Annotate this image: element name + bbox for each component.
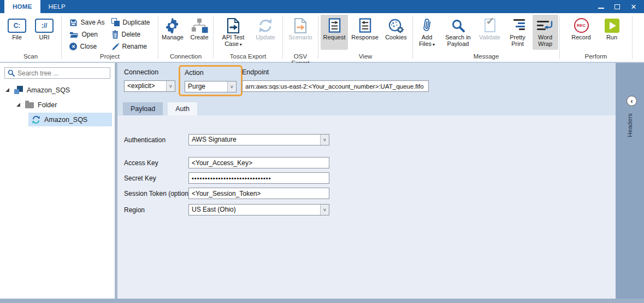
request-header: Connection <explicit> ˅ Action Purge ˅ E…: [117, 63, 616, 115]
close-button[interactable]: ✕ Close: [69, 42, 104, 51]
tab-payload[interactable]: Payload: [123, 102, 163, 115]
connection-select[interactable]: <explicit> ˅: [124, 80, 175, 92]
record-button[interactable]: REC Record: [568, 15, 595, 50]
region-label: Region: [124, 206, 145, 214]
create-connection-icon: [190, 18, 209, 33]
request-icon: [328, 18, 341, 33]
action-label: Action: [185, 69, 204, 77]
request-button[interactable]: Request: [321, 15, 348, 50]
search-icon: [451, 19, 465, 33]
action-select[interactable]: Purge ˅: [185, 81, 237, 92]
rename-icon: [111, 43, 120, 51]
ribbon-separator: [318, 16, 318, 59]
group-label-perform: Perform: [561, 53, 631, 62]
uri-button[interactable]: :// URI: [32, 15, 57, 50]
endpoint-input[interactable]: [242, 80, 429, 92]
ribbon-group-connection: Manage Create Connection: [159, 13, 212, 62]
duplicate-button[interactable]: Duplicate: [111, 18, 150, 27]
session-token-input[interactable]: [188, 188, 329, 199]
maximize-button[interactable]: [609, 0, 625, 13]
word-wrap-icon: [537, 20, 553, 32]
delete-button[interactable]: Delete: [111, 30, 150, 39]
update-icon: [257, 18, 274, 34]
endpoint-label: Endpoint: [242, 68, 269, 76]
ribbon-separator: [632, 16, 633, 59]
file-drive-icon: C:: [8, 19, 26, 33]
tree-item-amazon-sqs[interactable]: Amazon_SQS: [0, 112, 115, 127]
sync-icon: [32, 115, 40, 124]
tree-search-input[interactable]: [17, 69, 107, 77]
close-window-button[interactable]: ✕: [625, 0, 642, 13]
chevron-down-icon[interactable]: ˅: [227, 81, 236, 92]
group-label-scan: Scan: [1, 53, 60, 62]
ribbon-group-message: Add Files▾ Search in Payload ✓ Validate: [414, 13, 558, 62]
duplicate-icon: [111, 18, 120, 27]
manage-button[interactable]: Manage: [159, 15, 186, 50]
validate-button[interactable]: ✓ Validate: [477, 15, 503, 50]
open-button[interactable]: Open: [69, 30, 104, 39]
tree-item-folder[interactable]: Folder: [0, 97, 115, 112]
tree-search-box[interactable]: [4, 67, 110, 79]
tab-auth[interactable]: Auth: [168, 102, 197, 115]
ribbon-separator: [412, 16, 413, 59]
add-files-button[interactable]: Add Files▾: [415, 15, 440, 50]
api-test-case-button[interactable]: API Test Case▾: [217, 15, 250, 50]
dropdown-caret-icon: ▾: [433, 42, 435, 47]
response-button[interactable]: Response: [350, 15, 380, 50]
tab-home[interactable]: HOME: [4, 0, 40, 13]
run-button[interactable]: Run: [599, 15, 624, 50]
group-label-message: Message: [414, 53, 558, 62]
titlebar: HOME HELP ✕: [0, 0, 644, 13]
connection-label: Connection: [124, 68, 158, 76]
create-button[interactable]: Create: [187, 15, 212, 50]
word-wrap-button[interactable]: Word Wrap: [533, 15, 558, 50]
ribbon-separator: [213, 16, 214, 59]
tree: Amazon_SQS Folder Amazon_SQS: [0, 83, 115, 127]
ribbon-separator: [61, 16, 62, 59]
expand-headers-button[interactable]: ‹: [627, 96, 637, 106]
expander-icon[interactable]: [16, 103, 20, 107]
tab-help[interactable]: HELP: [40, 0, 74, 13]
ribbon-group-tosca-export: API Test Case▾ Update Tosca Export: [215, 13, 281, 62]
chevron-down-icon[interactable]: ˅: [320, 135, 329, 145]
folder-icon: [25, 101, 34, 108]
app-window: HOME HELP ✕ C: File :// URI Scan: [0, 0, 644, 303]
pretty-print-button[interactable]: Pretty Print: [505, 15, 531, 50]
search-in-payload-button[interactable]: Search in Payload: [441, 15, 475, 50]
add-files-icon: [422, 18, 433, 34]
update-button[interactable]: Update: [252, 15, 279, 50]
group-label-view: View: [320, 53, 411, 62]
region-select[interactable]: US East (Ohio) ˅: [188, 204, 329, 215]
headers-tab[interactable]: Headers: [627, 111, 633, 139]
expander-icon[interactable]: [5, 88, 9, 92]
save-as-button[interactable]: Save As: [69, 18, 104, 27]
file-button[interactable]: C: File: [4, 15, 29, 50]
secret-key-input[interactable]: [188, 172, 329, 184]
chevron-down-icon[interactable]: ˅: [166, 81, 175, 91]
ribbon: C: File :// URI Scan Save As: [0, 13, 644, 63]
minimize-button[interactable]: [593, 0, 609, 13]
cookies-button[interactable]: Cookies: [382, 15, 410, 50]
group-label-tosca-export: Tosca Export: [215, 53, 281, 62]
tree-item-amazon-sqs-root[interactable]: Amazon_SQS: [0, 83, 115, 97]
open-folder-icon: [69, 31, 79, 38]
scenario-icon: [293, 18, 308, 34]
cookies-icon: [388, 18, 405, 33]
ribbon-separator: [559, 16, 560, 59]
save-as-icon: [69, 19, 78, 27]
rename-button[interactable]: Rename: [111, 42, 150, 51]
access-key-input[interactable]: [188, 157, 329, 168]
api-test-case-icon: [226, 18, 240, 34]
group-label-osv-export: OSV Export: [284, 53, 317, 62]
maximize-icon: [615, 4, 620, 9]
main-panel: Connection <explicit> ˅ Action Purge ˅ E…: [117, 63, 616, 299]
search-icon: [8, 69, 15, 77]
minimize-icon: [598, 8, 604, 9]
chevron-down-icon[interactable]: ˅: [320, 205, 329, 215]
run-icon: [605, 19, 619, 33]
uri-icon: ://: [35, 19, 54, 33]
bottom-edge: [0, 299, 644, 303]
ribbon-separator: [158, 16, 158, 59]
authentication-select[interactable]: AWS Signature ˅: [188, 134, 329, 145]
scenario-button[interactable]: Scenario: [285, 15, 316, 50]
